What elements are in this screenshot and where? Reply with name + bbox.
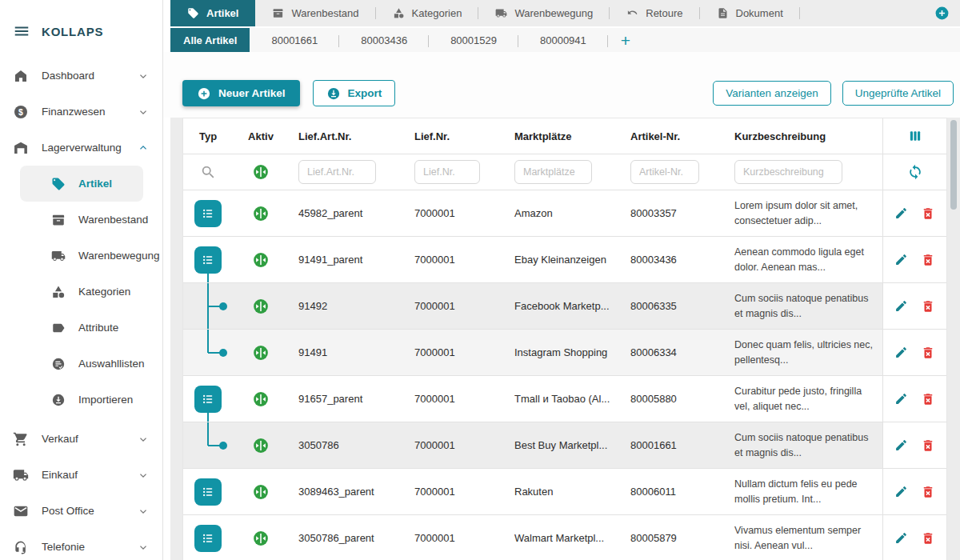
delete-icon[interactable]	[921, 531, 935, 546]
parent-type-icon[interactable]	[194, 478, 222, 506]
subtab-alle-artikel[interactable]: Alle Artikel	[170, 28, 250, 52]
tag-icon	[51, 177, 66, 191]
scrollbar-thumb[interactable]	[950, 120, 957, 210]
show-variants-button[interactable]: Varianten anzeigen	[713, 81, 830, 106]
delete-icon[interactable]	[921, 392, 935, 406]
export-label: Export	[348, 87, 382, 99]
edit-icon[interactable]	[894, 346, 908, 359]
sidebar-item-warenbestand[interactable]: Warenbestand	[20, 202, 143, 238]
active-status-icon[interactable]	[252, 390, 270, 408]
active-status-icon[interactable]	[252, 251, 270, 269]
cell-lief-art-nr: 3050786_parent	[289, 515, 405, 560]
edit-icon[interactable]	[894, 392, 908, 406]
cell-artikel-nr: 80003436	[621, 237, 725, 282]
edit-icon[interactable]	[894, 531, 908, 545]
show-variants-label: Varianten anzeigen	[726, 87, 818, 99]
delete-icon[interactable]	[921, 206, 935, 221]
sidebar-item-auswahllisten[interactable]: Auswahllisten	[20, 346, 143, 382]
active-status-icon[interactable]	[252, 298, 270, 315]
sidebar-item-attribute[interactable]: Attribute	[20, 310, 143, 346]
sidebar-item-warenbewegung[interactable]: Warenbewegung	[20, 238, 143, 274]
active-status-icon[interactable]	[252, 205, 270, 222]
sidebar-item-kategorien[interactable]: Kategorien	[20, 274, 143, 310]
edit-icon[interactable]	[894, 299, 908, 313]
sidebar-item-verkauf[interactable]: Verkauf	[0, 421, 162, 457]
sidebar-item-importieren[interactable]: Importieren	[20, 382, 143, 418]
tree-connector	[207, 413, 209, 422]
new-article-button[interactable]: Neuer Artikel	[182, 80, 300, 106]
add-article-tab-button[interactable]: +	[621, 32, 630, 49]
tab-retoure[interactable]: Retoure	[610, 0, 699, 26]
table-row[interactable]: 3050786 7000001 Best Buy Marketpl... 800…	[183, 422, 946, 469]
sidebar-item-label: Auswahllisten	[78, 358, 145, 370]
subtab-80003436[interactable]: 80003436	[339, 28, 429, 52]
table-row[interactable]: 91492 7000001 Facebook Marketp... 800063…	[183, 283, 946, 330]
cell-kurzbeschreibung: Vivamus elementum semper nisi. Aenean vu…	[725, 515, 882, 560]
sidebar-item-telefonie[interactable]: Telefonie	[0, 529, 162, 560]
tree-connector	[207, 274, 209, 283]
add-tab-icon[interactable]	[934, 6, 950, 21]
filter-input-lief-nr[interactable]	[414, 160, 480, 184]
cell-typ	[183, 422, 233, 468]
tab-artikel[interactable]: Artikel	[170, 0, 255, 26]
active-status-icon[interactable]	[252, 483, 270, 501]
parent-type-icon[interactable]	[194, 246, 222, 274]
sidebar-item-artikel[interactable]: Artikel	[20, 166, 143, 202]
export-button[interactable]: Export	[313, 80, 396, 106]
parent-type-icon[interactable]	[194, 386, 222, 413]
cell-kurzbeschreibung: Nullam dictum felis eu pede mollis preti…	[725, 469, 882, 514]
tab-warenbewegung[interactable]: Warenbewegung	[478, 0, 610, 26]
sidebar-item-einkauf[interactable]: Einkauf	[0, 457, 162, 493]
delete-icon[interactable]	[921, 299, 935, 314]
active-filter-icon[interactable]	[252, 163, 270, 181]
table-row[interactable]: 3089463_parent 7000001 Rakuten 80006011 …	[183, 469, 946, 515]
active-status-icon[interactable]	[252, 530, 270, 547]
table-zone: TypAktivLief.Art.Nr.Lief.Nr.MarktplätzeA…	[170, 118, 960, 560]
filter-input-artikel-nr[interactable]	[630, 160, 699, 184]
unchecked-articles-button[interactable]: Ungeprüfte Artikel	[842, 81, 954, 106]
cell-lief-nr: 7000001	[405, 469, 505, 514]
sidebar-item-lagerverwaltung[interactable]: Lagerverwaltung	[0, 130, 162, 166]
edit-icon[interactable]	[894, 438, 908, 452]
subtab-80000941[interactable]: 80000941	[518, 28, 608, 52]
tab-dokument[interactable]: Dokument	[700, 0, 800, 26]
cell-lief-nr: 7000001	[405, 330, 505, 375]
filter-input-kurzbeschreibung[interactable]	[734, 160, 842, 184]
edit-icon[interactable]	[894, 253, 908, 266]
filter-input-marktpl-tze[interactable]	[514, 160, 592, 184]
sidebar-item-dashboard[interactable]: Dashboard	[0, 58, 162, 94]
active-status-icon[interactable]	[252, 344, 270, 362]
delete-icon[interactable]	[921, 438, 935, 453]
active-status-icon[interactable]	[252, 437, 270, 454]
delete-icon[interactable]	[921, 253, 935, 267]
subtab-80001529[interactable]: 80001529	[429, 28, 518, 52]
subtab-80001661[interactable]: 80001661	[250, 28, 339, 52]
parent-type-icon[interactable]	[194, 525, 222, 552]
cell-kurzbeschreibung: Aenean commodo ligula eget dolor. Aenean…	[725, 237, 882, 282]
table-row[interactable]: 91491_parent 7000001 Ebay Kleinanzeigen …	[183, 237, 946, 283]
menu-icon[interactable]	[13, 22, 30, 40]
table-row[interactable]: 3050786_parent 7000001 Walmart Marketpl.…	[183, 515, 946, 560]
columns-settings-icon[interactable]	[907, 128, 923, 144]
sidebar-item-label: Telefonie	[42, 541, 85, 553]
filter-input-lief-art-nr[interactable]	[298, 160, 376, 184]
cell-aktiv	[233, 469, 289, 514]
table-row[interactable]: 45982_parent 7000001 Amazon 80003357 Lor…	[183, 190, 946, 237]
refresh-icon[interactable]	[907, 164, 923, 180]
delete-icon[interactable]	[921, 346, 935, 360]
parent-type-icon[interactable]	[194, 200, 222, 227]
download-circle-icon	[326, 86, 341, 101]
edit-icon[interactable]	[894, 206, 908, 220]
edit-icon[interactable]	[894, 485, 908, 498]
shipping-icon	[13, 467, 29, 483]
tab-kategorien[interactable]: Kategorien	[376, 0, 479, 26]
home-icon	[13, 68, 29, 84]
delete-icon[interactable]	[921, 485, 935, 499]
sidebar-item-post-office[interactable]: Post Office	[0, 493, 162, 529]
table-row[interactable]: 91491 7000001 Instagram Shopping 8000633…	[183, 330, 946, 376]
sidebar-item-finanzwesen[interactable]: $ Finanzwesen	[0, 94, 162, 130]
tree-connector	[207, 422, 209, 446]
tab-warenbestand[interactable]: Warenbestand	[255, 0, 375, 26]
table-row[interactable]: 91657_parent 7000001 Tmall и Taobao (Al.…	[183, 376, 946, 422]
warehouse-icon	[13, 140, 29, 156]
